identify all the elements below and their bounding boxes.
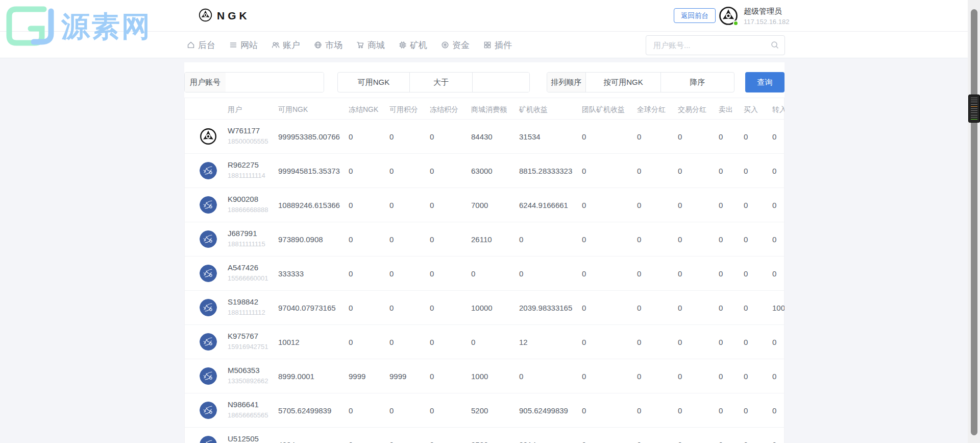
cell-4: 0: [430, 269, 434, 278]
list-icon: [229, 41, 237, 49]
cell-4: 0: [430, 304, 434, 312]
table-row[interactable]: K9757671591694275110012000012000000: [185, 325, 784, 359]
cell-5: 3530: [471, 440, 488, 443]
cell-5: 0: [471, 338, 475, 346]
brand-logo[interactable]: NGK: [199, 0, 250, 32]
cell-8: 0: [637, 132, 641, 141]
cell-10: 0: [719, 269, 723, 278]
cell-9: 0: [678, 304, 682, 312]
brand-name: NGK: [217, 10, 250, 22]
cell-1: 8999.0001: [278, 372, 314, 381]
users-icon: [272, 41, 280, 49]
scrollbar-thumb[interactable]: [971, 9, 977, 435]
cell-6: 0: [519, 372, 523, 381]
table-row[interactable]: N986641186566655655705.62499839000520090…: [185, 393, 784, 428]
users-table: 用户可用NGK冻结NGK可用积分冻结积分商城消费额矿机收益团队矿机收益全球分红交…: [184, 98, 785, 443]
field-select[interactable]: 可用NGK: [338, 73, 409, 92]
ngk-logo-avatar: [200, 128, 217, 145]
cell-9: 0: [678, 269, 682, 278]
column-header-1: 可用NGK: [278, 105, 308, 114]
cell-8: 0: [637, 167, 641, 175]
cell-12: 0: [772, 132, 776, 141]
column-header-4: 冻结积分: [430, 105, 458, 114]
nav-item-plugins[interactable]: 插件: [483, 39, 512, 51]
user-phone: 18811111112: [228, 309, 265, 316]
cell-9: 0: [678, 235, 682, 244]
cell-2: 0: [349, 201, 353, 209]
cell-3: 0: [389, 440, 394, 443]
username: K900208: [228, 195, 258, 203]
operator-select[interactable]: 大于: [409, 73, 472, 92]
account-filter-input[interactable]: [226, 73, 324, 92]
nav-item-miner[interactable]: 矿机: [399, 39, 427, 51]
sort-field-select[interactable]: 按可用NGK: [585, 73, 660, 92]
cell-2: 9999: [349, 372, 365, 381]
table-row[interactable]: K9002081886666888810889246.6153660007000…: [185, 188, 784, 222]
user-avatar: [200, 402, 217, 419]
sort-label: 排列顺序: [547, 73, 585, 92]
back-to-front-button[interactable]: 返回前台: [674, 8, 716, 23]
table-row[interactable]: W76117718500005555999953385.007660008443…: [185, 120, 784, 154]
cell-3: 0: [389, 235, 394, 244]
cell-4: 0: [430, 132, 434, 141]
cell-5: 5200: [471, 406, 488, 415]
table-row[interactable]: R96227518811111114999945815.353730006300…: [185, 154, 784, 188]
cell-9: 0: [678, 406, 682, 415]
cell-10: 0: [719, 304, 723, 312]
cell-5: 63000: [471, 167, 493, 175]
cell-6: 6244.9166661: [519, 201, 568, 209]
column-header-10: 卖出: [719, 105, 733, 114]
cell-3: 0: [389, 406, 394, 415]
column-header-0: 用户: [228, 105, 242, 114]
cell-1: 10012: [278, 338, 300, 346]
sort-direction-select[interactable]: 降序: [660, 73, 734, 92]
cell-10: 0: [719, 338, 723, 346]
user-avatar: [200, 196, 217, 214]
table-row[interactable]: J68799118811111115973890.090800026110000…: [185, 222, 784, 257]
nav-item-account[interactable]: 账户: [272, 39, 300, 51]
cell-12: 0: [772, 167, 776, 175]
cell-9: 0: [678, 338, 682, 346]
cell-2: 0: [349, 440, 353, 443]
search-icon: [771, 41, 779, 52]
cart-icon: [356, 41, 364, 49]
cell-6: 31534: [519, 132, 541, 141]
cell-7: 0: [582, 167, 586, 175]
cell-7: 0: [582, 201, 586, 209]
cell-1: 10889246.615366: [278, 201, 340, 209]
nav-item-funds[interactable]: 资金: [441, 39, 470, 51]
cell-12: 0: [772, 338, 776, 346]
user-phone: 13350892662: [228, 377, 268, 385]
watermark-text: 源素网: [61, 8, 152, 46]
table-row[interactable]: M506353133508926628999.00019999999901000…: [185, 359, 784, 393]
cell-11: 0: [744, 440, 748, 443]
cell-5: 1000: [471, 372, 488, 381]
nav-item-backend[interactable]: 后台: [187, 39, 215, 51]
user-avatar: [200, 265, 217, 282]
table-row[interactable]: U512505439400035303914000000: [185, 428, 784, 443]
username: N986641: [228, 400, 259, 409]
cell-7: 0: [582, 132, 586, 141]
cell-4: 0: [430, 235, 434, 244]
cell-4: 0: [430, 406, 434, 415]
column-header-12: 转入: [772, 105, 785, 114]
cell-4: 0: [430, 201, 434, 209]
cell-6: 12: [519, 338, 528, 346]
query-button[interactable]: 查询: [745, 72, 785, 92]
cell-10: 0: [719, 372, 723, 381]
nav-item-mall[interactable]: 商城: [356, 39, 385, 51]
user-account-search-input[interactable]: [646, 35, 785, 55]
ngk-logo-icon: [199, 8, 212, 24]
nav-item-site[interactable]: 网站: [229, 39, 258, 51]
cell-12: 0: [772, 406, 776, 415]
column-header-3: 可用积分: [389, 105, 418, 114]
admin-profile[interactable]: 超级管理员 117.152.16.182: [719, 6, 789, 26]
condition-value-input[interactable]: [472, 73, 529, 92]
username: U512505: [228, 434, 259, 443]
nav-item-market[interactable]: 市场: [314, 39, 342, 51]
table-row[interactable]: A5474261556666000133333300000000000: [185, 257, 784, 291]
nav-item-label: 插件: [495, 39, 512, 51]
table-row[interactable]: S1988421881111111297040.0797316500010000…: [185, 291, 784, 325]
cell-9: 0: [678, 132, 682, 141]
sort-filter-group: 排列顺序 按可用NGK 降序: [547, 72, 734, 92]
